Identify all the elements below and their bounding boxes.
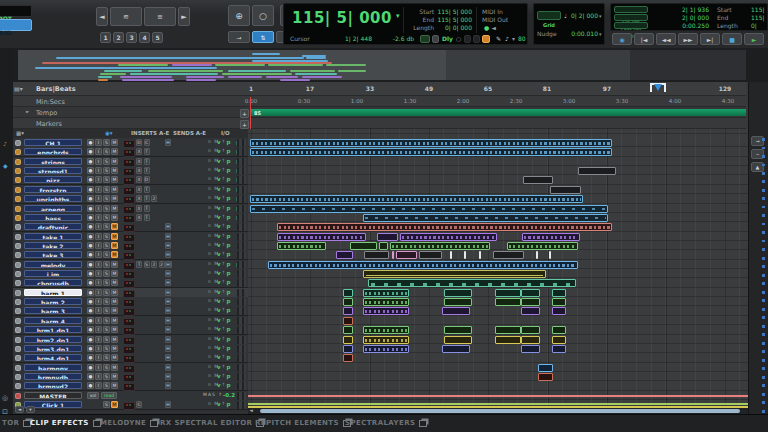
record-button[interactable]: ● (87, 214, 94, 221)
insert-slot-button[interactable]: T (144, 148, 150, 155)
edit-option-1-icon[interactable]: ⇅ (252, 31, 274, 43)
insert-slot-button[interactable]: X (136, 176, 142, 183)
track-name[interactable]: i im (24, 270, 82, 278)
mute-button[interactable]: M (111, 233, 118, 240)
grid-dropdown-icon[interactable]: ▾ (599, 13, 602, 19)
solo-button[interactable]: S (103, 279, 110, 286)
record-button[interactable]: ● (87, 186, 94, 193)
sends-column-header[interactable]: SENDS A-E (173, 130, 206, 136)
send-slot-button[interactable]: H (165, 261, 171, 268)
ruler-bars-label[interactable]: Bars|Beats (36, 85, 76, 93)
mute-button[interactable]: M (111, 205, 118, 212)
clip[interactable]: C (343, 336, 353, 344)
edit-mode-grid[interactable]: GRID (0, 29, 11, 36)
record-button[interactable]: ● (87, 270, 94, 277)
input-button[interactable]: I (95, 195, 102, 202)
note-value-icon[interactable]: ♪ (505, 35, 509, 43)
clip[interactable]: harm (521, 326, 540, 334)
clip[interactable]: CH 1_17( (444, 298, 472, 306)
solo-button[interactable]: S (103, 186, 110, 193)
clip[interactable]: C (343, 317, 353, 325)
edit-tool-1-icon[interactable]: ○ (252, 5, 274, 26)
send-slot-button[interactable]: H (165, 223, 171, 230)
clip[interactable] (479, 251, 481, 259)
clip[interactable]: C (343, 326, 353, 334)
track-name[interactable]: chorusdb (24, 279, 82, 287)
input-button[interactable]: I (95, 242, 102, 249)
input-button[interactable]: I (95, 364, 102, 371)
tracklist-menu-icon[interactable]: ▦▾ (16, 130, 24, 136)
clip[interactable]: e piano chords-06 (250, 148, 612, 156)
transport-button-0[interactable]: ◉ (612, 33, 632, 45)
track-row[interactable]: uprightbs●ISMXT2n M ↑v p p (13, 194, 248, 204)
clip[interactable] (464, 251, 466, 259)
tempo-collapse-icon[interactable]: ► (26, 109, 29, 114)
track-row[interactable]: hrm4.dp1●ISMHn M ↑v p (13, 353, 248, 363)
master-read-button[interactable]: read (101, 392, 117, 399)
insert-slot-button[interactable]: T (144, 186, 150, 193)
tab-clip-effects[interactable]: CLIP EFFECTS (30, 419, 101, 427)
track-name[interactable]: bass (24, 214, 82, 222)
mute-button[interactable]: M (111, 354, 118, 361)
clip[interactable]: CH 1_ (377, 233, 398, 241)
transport-button-2[interactable]: ◄◄ (656, 33, 676, 45)
note-dropdown-icon[interactable]: ▾ (512, 35, 515, 43)
zoom-preset-3[interactable]: 3 (126, 32, 137, 43)
mute-button[interactable]: M (111, 298, 118, 305)
send-slot-button[interactable]: H (165, 326, 171, 333)
insert-slot-button[interactable]: T (144, 205, 150, 212)
grid-value-button[interactable]: Grid (537, 11, 561, 20)
tab-tor[interactable]: TOR (2, 419, 31, 427)
transport-button-3[interactable]: ►► (678, 33, 698, 45)
mute-button[interactable]: M (111, 270, 118, 277)
track-name[interactable]: harm 2 (24, 298, 82, 306)
ruler-minsec-label[interactable]: Min:Secs (36, 98, 65, 106)
send-slot-button[interactable]: H (165, 307, 171, 314)
preroll-value[interactable]: 2| 1| 936 (653, 6, 709, 14)
record-button[interactable]: ● (87, 223, 94, 230)
vscroll-thumb[interactable] (762, 138, 765, 432)
nudge-value[interactable]: 0:00.010 (560, 30, 598, 38)
track-name[interactable]: melody (24, 261, 82, 269)
solo-button[interactable]: S (103, 270, 110, 277)
transport-button-5[interactable]: ■ (722, 33, 742, 45)
mute-button[interactable]: M (111, 242, 118, 249)
waveform-zoom-button[interactable]: ≋ (110, 7, 142, 26)
track-name[interactable]: draftvoic (24, 223, 82, 231)
solo-button[interactable]: S (103, 289, 110, 296)
solo-button[interactable]: S (103, 158, 110, 165)
insert-slot-button[interactable]: T (144, 167, 150, 174)
gutter-midi-icon[interactable]: ◆ (3, 162, 8, 169)
clip[interactable]: CH 1_16 (444, 289, 472, 297)
insert-slot-button[interactable]: X (136, 186, 142, 193)
record-button[interactable]: ● (87, 336, 94, 343)
clip[interactable]: CH (552, 289, 566, 297)
mute-button[interactable]: M (111, 279, 118, 286)
transport-button-1[interactable]: |◄ (634, 33, 654, 45)
insert-slot-button[interactable]: X (136, 205, 142, 212)
record-button[interactable]: ● (87, 251, 94, 258)
clip[interactable]: e piano chords-04 (250, 139, 612, 147)
track-name[interactable]: strngsd1 (24, 167, 82, 175)
record-button[interactable]: ● (87, 298, 94, 305)
tab-spectralayers[interactable]: SPECTRALAYERS (345, 419, 427, 427)
mute-button[interactable]: M (111, 148, 118, 155)
counter-dropdown-icon[interactable]: ▾ (396, 12, 400, 20)
input-button[interactable]: I (95, 139, 102, 146)
input-button[interactable]: I (95, 233, 102, 240)
tempo-ruler-bar[interactable]: 85 (251, 109, 746, 116)
send-slot-button[interactable]: H (165, 401, 171, 408)
io-column-header[interactable]: I/O (221, 130, 230, 136)
clip[interactable] (536, 251, 538, 259)
zoom-preset-2[interactable]: 2 (113, 32, 124, 43)
track-name[interactable]: harm 3 (24, 307, 82, 315)
send-slot-button[interactable]: H (165, 382, 171, 389)
inserts-column-header[interactable]: INSERTS A-E (131, 130, 169, 136)
clip[interactable]: CH 1_17( (444, 336, 472, 344)
insert-slot-button[interactable]: D (136, 139, 142, 146)
send-slot-button[interactable]: H (165, 317, 171, 324)
clip[interactable]: CH 1_ (419, 251, 442, 259)
track-name[interactable]: frozstrn (24, 186, 82, 194)
send-slot-button[interactable]: H (165, 139, 171, 146)
mute-button[interactable]: M (111, 176, 118, 183)
